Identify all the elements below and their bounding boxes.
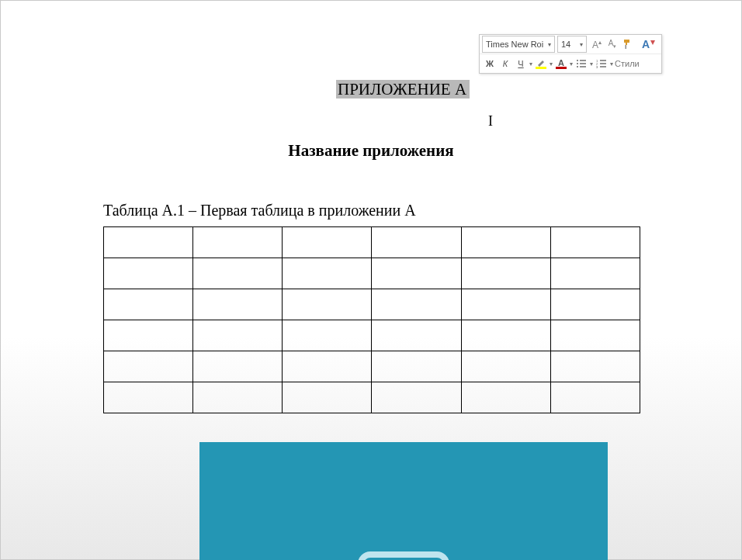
appendix-table[interactable] [103,226,640,413]
table-caption[interactable]: Таблица А.1 – Первая таблица в приложени… [103,202,416,220]
table-row [104,351,640,382]
font-family-combo[interactable]: Times New Roi ▾ [482,36,555,53]
svg-rect-7 [580,63,586,64]
svg-point-8 [577,66,578,67]
font-color-icon: А [554,56,568,71]
svg-rect-0 [361,555,446,560]
styles-button[interactable]: A [639,39,659,50]
svg-point-6 [577,63,578,64]
table-row [104,382,640,413]
bullet-list-button[interactable]: ▾ [574,56,594,71]
svg-text:3: 3 [596,65,598,68]
chevron-down-icon: ▾ [609,60,614,67]
format-painter-icon [622,39,633,50]
format-painter-button[interactable] [621,36,635,52]
svg-rect-15 [600,66,606,67]
bullet-list-icon [574,56,588,71]
table-row [104,320,640,351]
svg-rect-13 [600,63,606,64]
table-row [104,227,640,258]
table-row [104,289,640,320]
appendix-subtitle[interactable]: Название приложения [0,141,742,161]
numbered-list-icon: 1 2 3 [595,56,609,71]
font-family-value: Times New Roi [483,40,545,49]
highlight-icon [534,56,548,71]
svg-rect-2 [626,45,627,49]
table-row [104,258,640,289]
font-color-button[interactable]: А ▾ [553,56,574,71]
bold-button[interactable]: Ж [483,56,497,71]
numbered-list-button[interactable]: 1 2 3 ▾ [594,56,614,71]
appendix-title-selected[interactable]: ПРИЛОЖЕНИЕ А [336,80,470,99]
chevron-down-icon: ▾ [545,41,554,48]
font-size-combo[interactable]: 14 ▾ [557,36,587,53]
styles-label[interactable]: Стили [615,56,640,71]
svg-point-4 [577,60,578,61]
styles-icon: A [642,39,656,50]
shrink-font-button[interactable]: A▾ [605,36,619,52]
image-placeholder[interactable] [199,442,608,560]
mini-format-toolbar: Times New Roi ▾ 14 ▾ A▴ A▾ A Ж К Ч ▾ [479,34,662,74]
svg-text:A: A [642,39,650,50]
underline-icon: Ч [514,56,528,71]
chevron-down-icon: ▾ [577,41,586,48]
svg-rect-11 [600,60,606,60]
grow-font-icon: A▴ [592,39,602,50]
italic-button[interactable]: К [498,56,512,71]
underline-button[interactable]: Ч ▾ [513,56,533,71]
svg-rect-9 [580,66,586,67]
document-body[interactable]: ПРИЛОЖЕНИЕ А I Название приложения Табли… [0,0,742,560]
grow-font-button[interactable]: A▴ [590,36,604,52]
shrink-font-icon: A▾ [609,39,617,50]
svg-rect-5 [580,60,586,60]
font-size-value: 14 [558,40,577,49]
text-cursor-ibeam: I [488,113,493,130]
highlight-color-button[interactable]: ▾ [533,56,553,71]
